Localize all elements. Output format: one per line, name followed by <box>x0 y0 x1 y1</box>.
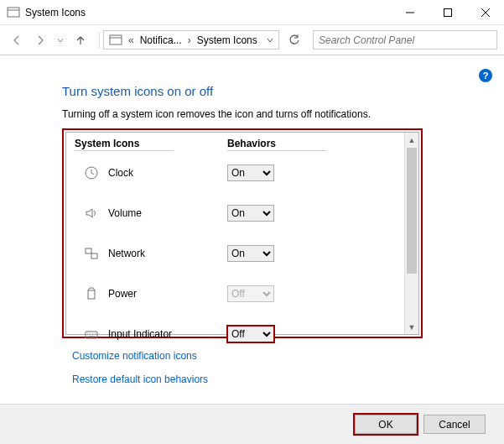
behavior-select[interactable]: OnOff <box>227 245 274 262</box>
svg-rect-9 <box>86 248 91 253</box>
behavior-select[interactable]: OnOff <box>227 165 274 181</box>
table-row: PowerOnOff <box>75 274 404 314</box>
power-icon <box>75 286 108 301</box>
row-label: Network <box>108 248 227 259</box>
control-panel-icon <box>109 34 122 47</box>
recent-locations-button[interactable] <box>54 37 67 44</box>
footer: OK Cancel <box>0 404 504 444</box>
row-label: Clock <box>108 167 227 179</box>
content-area: ? Turn system icons on or off Turning of… <box>0 55 504 404</box>
clock-icon <box>75 165 108 180</box>
svg-rect-10 <box>91 253 97 259</box>
vertical-scrollbar[interactable]: ▲ ▼ <box>404 133 418 334</box>
row-label: Power <box>108 288 227 300</box>
scroll-thumb[interactable] <box>407 148 417 274</box>
window-title: System Icons <box>25 7 391 18</box>
close-button[interactable] <box>466 0 504 25</box>
system-icons-window-icon <box>7 6 20 19</box>
breadcrumb-item[interactable]: System Icons <box>194 34 261 46</box>
svg-rect-0 <box>8 8 19 17</box>
navigation-bar: « Notifica... › System Icons <box>0 25 504 55</box>
input-indicator-icon <box>75 326 108 342</box>
system-icons-table: System Icons Behaviors ClockOnOffVolumeO… <box>66 133 404 334</box>
breadcrumb-dropdown[interactable] <box>263 34 277 46</box>
column-header-behaviors: Behaviors <box>227 138 276 149</box>
svg-rect-11 <box>88 290 95 299</box>
svg-rect-6 <box>110 35 122 44</box>
system-icons-panel: System Icons Behaviors ClockOnOffVolumeO… <box>62 128 423 338</box>
cancel-button[interactable]: Cancel <box>423 415 486 434</box>
column-header-icons: System Icons <box>75 138 139 149</box>
chevron-right-icon: › <box>185 34 194 46</box>
behavior-select[interactable]: OnOff <box>227 326 274 342</box>
table-row: Input IndicatorOnOff <box>75 314 404 354</box>
ok-button[interactable]: OK <box>355 415 417 434</box>
help-icon[interactable]: ? <box>479 69 492 82</box>
chevron-right-icon: « <box>126 34 137 46</box>
behavior-select: OnOff <box>227 285 274 302</box>
refresh-button[interactable] <box>284 30 304 50</box>
restore-default-icon-behaviors-link[interactable]: Restore default icon behaviors <box>72 373 479 385</box>
row-label: Input Indicator <box>108 328 227 340</box>
search-input[interactable] <box>313 30 497 50</box>
volume-icon <box>75 206 108 221</box>
separator <box>99 32 100 49</box>
forward-button[interactable] <box>30 30 50 50</box>
minimize-button[interactable] <box>391 0 429 25</box>
breadcrumb-item[interactable]: Notifica... <box>137 34 185 46</box>
svg-rect-3 <box>444 8 451 16</box>
scroll-down-button[interactable]: ▼ <box>405 320 418 334</box>
breadcrumb[interactable]: « Notifica... › System Icons <box>103 30 279 50</box>
page-subheading: Turning off a system icon removes the ic… <box>62 108 479 120</box>
back-button[interactable] <box>7 30 27 50</box>
title-bar: System Icons <box>0 0 504 25</box>
table-row: VolumeOnOff <box>75 193 404 233</box>
page-heading: Turn system icons on or off <box>62 84 479 98</box>
scroll-up-button[interactable]: ▲ <box>405 133 418 147</box>
maximize-button[interactable] <box>429 0 466 25</box>
table-row: NetworkOnOff <box>75 233 404 274</box>
network-icon <box>75 246 108 261</box>
row-label: Volume <box>108 207 227 219</box>
scroll-track[interactable] <box>405 274 418 320</box>
behavior-select[interactable]: OnOff <box>227 205 274 222</box>
table-row: ClockOnOff <box>75 153 404 193</box>
svg-rect-12 <box>86 332 97 338</box>
up-button[interactable] <box>70 30 91 50</box>
